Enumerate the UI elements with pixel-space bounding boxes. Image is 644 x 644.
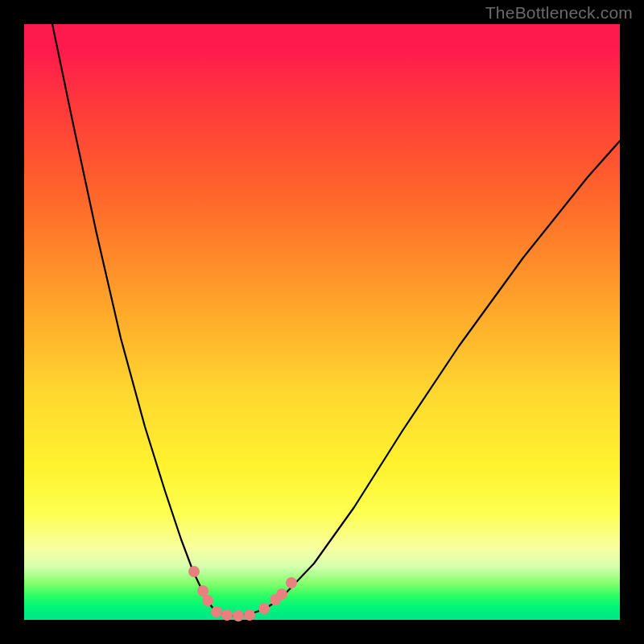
- data-marker: [197, 585, 208, 597]
- data-marker: [202, 595, 213, 606]
- data-marker: [211, 606, 222, 617]
- data-marker: [233, 610, 244, 621]
- watermark-text: TheBottleneck.com: [485, 3, 633, 23]
- data-marker: [188, 566, 200, 577]
- curve-layer: [24, 24, 620, 620]
- data-marker: [221, 609, 233, 621]
- series-right-branch: [233, 141, 620, 616]
- data-marker: [286, 577, 297, 588]
- curve-paths: [52, 24, 620, 616]
- chart-frame: TheBottleneck.com: [0, 0, 644, 644]
- series-left-branch: [52, 24, 233, 616]
- data-marker: [244, 609, 255, 621]
- curve-markers: [188, 566, 297, 621]
- data-marker: [258, 603, 270, 614]
- data-marker: [276, 588, 287, 600]
- plot-area: [24, 24, 620, 620]
